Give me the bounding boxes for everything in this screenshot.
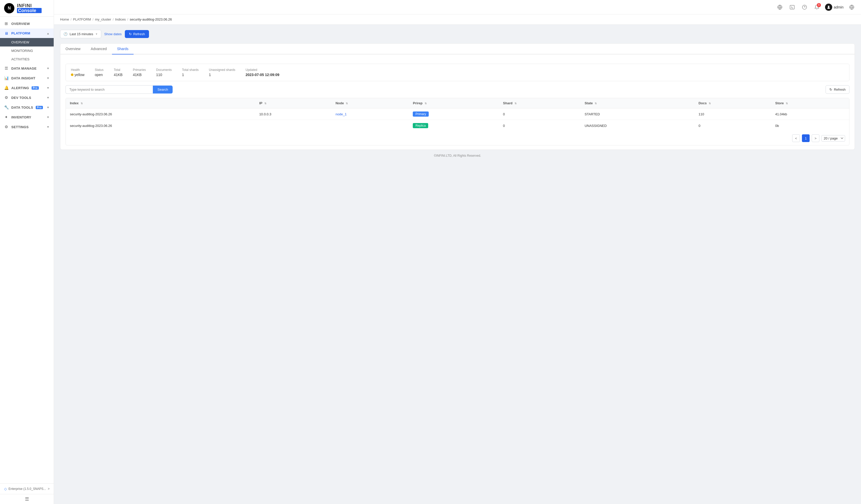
sidebar-item-inventory[interactable]: ✦ INVENTORY ▼ xyxy=(0,112,54,122)
summary-row: Health yellow Status open Total xyxy=(66,64,849,81)
refresh-button[interactable]: ↻ Refresh xyxy=(125,30,149,38)
col-prirep[interactable]: Prirep ⇅ xyxy=(409,98,499,108)
breadcrumb-sep-1: / xyxy=(71,17,72,21)
footer-text: ©INFINI.LTD, All Rights Reserved. xyxy=(434,154,481,158)
activities-label: ACTIVITIES xyxy=(11,57,29,61)
col-store[interactable]: Store ⇅ xyxy=(771,98,849,108)
sidebar-item-monitoring[interactable]: MONITORING xyxy=(0,46,54,55)
platform-label: PLATFORM xyxy=(11,31,30,35)
sidebar-item-alerting[interactable]: 🔔 ALERTING Pro ▼ xyxy=(0,83,54,93)
col-index[interactable]: Index ⇅ xyxy=(66,98,255,108)
unassigned-value: 1 xyxy=(209,73,235,77)
tab-content: Health yellow Status open Total xyxy=(60,59,855,150)
hamburger-icon: ☰ xyxy=(25,496,29,502)
status-label: Status xyxy=(95,68,104,72)
sidebar-footer[interactable]: ◇ Enterprise (1.5.0_SNAPS... > xyxy=(0,483,54,494)
sort-state-icon: ⇅ xyxy=(594,102,597,105)
sidebar: N INFINI Console/// ⊞ OVERVIEW 🖥 PLATFOR… xyxy=(0,0,54,504)
summary-total-shards: Total shards 1 xyxy=(182,68,199,77)
next-page-button[interactable]: > xyxy=(812,134,819,142)
time-bar: 🕐 Last 15 minutes ▼ Show dates ↻ Refresh xyxy=(60,30,855,38)
alerting-icon: 🔔 xyxy=(4,85,9,90)
cell-state: UNASSIGNED xyxy=(580,120,695,132)
sidebar-item-platform-overview[interactable]: OVERVIEW xyxy=(0,38,54,46)
cell-state: STARTED xyxy=(580,108,695,120)
total-shards-label: Total shards xyxy=(182,68,199,72)
col-ip[interactable]: IP ⇅ xyxy=(255,98,331,108)
tab-overview[interactable]: Overview xyxy=(60,44,85,54)
data-insight-chevron: ▼ xyxy=(47,77,50,80)
sort-docs-icon: ⇅ xyxy=(709,102,711,105)
summary-primaries: Primaries 41KB xyxy=(133,68,146,77)
platform-overview-label: OVERVIEW xyxy=(11,40,29,44)
dev-tools-icon: ⚙ xyxy=(4,95,9,100)
sidebar-item-data-manage[interactable]: ☰ DATA MANAGE ▼ xyxy=(0,64,54,73)
sidebar-item-settings[interactable]: ⚙ SETTINGS ▼ xyxy=(0,122,54,132)
page-footer: ©INFINI.LTD, All Rights Reserved. xyxy=(60,150,855,162)
data-tools-pro-badge: Pro xyxy=(36,106,43,109)
cell-ip: 10.0.0.3 xyxy=(255,108,331,120)
breadcrumb-cluster[interactable]: my_cluster xyxy=(95,17,111,21)
primaries-value: 41KB xyxy=(133,73,146,77)
refresh-small-icon: ↻ xyxy=(830,87,832,92)
summary-health: Health yellow xyxy=(71,68,84,77)
user-menu[interactable]: admin xyxy=(825,4,844,11)
sidebar-item-activities[interactable]: ACTIVITIES xyxy=(0,55,54,64)
table-refresh-button[interactable]: ↻ Refresh xyxy=(825,85,849,94)
status-value: open xyxy=(95,73,104,77)
search-left: Search xyxy=(66,85,173,94)
prirep-badge: Primary xyxy=(413,111,428,117)
tab-advanced[interactable]: Advanced xyxy=(85,44,112,54)
sort-ip-icon: ⇅ xyxy=(264,102,266,105)
network-icon[interactable] xyxy=(776,3,784,11)
cell-docs: 0 xyxy=(694,120,771,132)
col-shard[interactable]: Shard ⇅ xyxy=(499,98,580,108)
breadcrumb-platform[interactable]: PLATFORM xyxy=(73,17,91,21)
search-button[interactable]: Search xyxy=(153,85,173,94)
breadcrumb-home[interactable]: Home xyxy=(60,17,69,21)
tab-shards[interactable]: Shards xyxy=(112,44,134,54)
monitoring-label: MONITORING xyxy=(11,49,33,53)
summary-unassigned: Unassigned shards 1 xyxy=(209,68,235,77)
breadcrumb-indices[interactable]: Indices xyxy=(115,17,126,21)
col-docs[interactable]: Docs ⇅ xyxy=(694,98,771,108)
sort-prirep-icon: ⇅ xyxy=(425,102,427,105)
per-page-select[interactable]: 20 / page 50 / page 100 / page xyxy=(821,135,845,141)
breadcrumb-sep-4: / xyxy=(127,17,128,21)
page-1-button[interactable]: 1 xyxy=(802,134,810,142)
show-dates-button[interactable]: Show dates xyxy=(104,32,122,36)
sidebar-item-dev-tools[interactable]: ⚙ DEV TOOLS ▼ xyxy=(0,93,54,103)
data-tools-label: DATA TOOLS xyxy=(11,106,33,109)
sidebar-item-platform[interactable]: 🖥 PLATFORM ▲ xyxy=(0,28,54,38)
search-input[interactable] xyxy=(66,85,153,94)
data-manage-label: DATA MANAGE xyxy=(11,67,37,70)
health-label: Health xyxy=(71,68,84,72)
content-panel: Overview Advanced Shards Health yellow xyxy=(60,43,855,150)
globe-icon[interactable] xyxy=(848,3,856,11)
data-insight-label: DATA INSIGHT xyxy=(11,76,36,80)
logo-icon: N xyxy=(4,3,14,13)
sidebar-menu-icon[interactable]: ☰ xyxy=(0,494,54,504)
logo-console-text: Console/// xyxy=(17,8,42,13)
terminal-icon[interactable] xyxy=(788,3,796,11)
sidebar-item-data-insight[interactable]: 📊 DATA INSIGHT ▼ xyxy=(0,73,54,83)
prev-page-button[interactable]: < xyxy=(792,134,800,142)
overview-icon: ⊞ xyxy=(4,21,9,26)
shards-table-inner: Index ⇅ IP ⇅ Node ⇅ Prirep ⇅ Shard ⇅ Sta… xyxy=(66,98,849,131)
help-icon[interactable] xyxy=(801,3,809,11)
shards-table: Index ⇅ IP ⇅ Node ⇅ Prirep ⇅ Shard ⇅ Sta… xyxy=(66,98,849,146)
overview-label: OVERVIEW xyxy=(11,22,30,26)
col-state[interactable]: State ⇅ xyxy=(580,98,695,108)
sidebar-item-data-tools[interactable]: 🔧 DATA TOOLS Pro ▼ xyxy=(0,103,54,112)
notifications-icon[interactable]: 9 xyxy=(813,3,821,11)
sidebar-item-overview[interactable]: ⊞ OVERVIEW xyxy=(0,19,54,28)
user-name: admin xyxy=(834,5,844,9)
time-selector[interactable]: 🕐 Last 15 minutes ▼ xyxy=(60,30,101,38)
cell-prirep: Replica xyxy=(409,120,499,132)
col-node[interactable]: Node ⇅ xyxy=(331,98,409,108)
data-manage-icon: ☰ xyxy=(4,66,9,71)
app-header: 9 admin xyxy=(54,0,861,14)
cell-node: node_1 xyxy=(331,108,409,120)
node-link[interactable]: node_1 xyxy=(336,112,346,116)
content-area: Home / PLATFORM / my_cluster / Indices /… xyxy=(54,14,861,504)
